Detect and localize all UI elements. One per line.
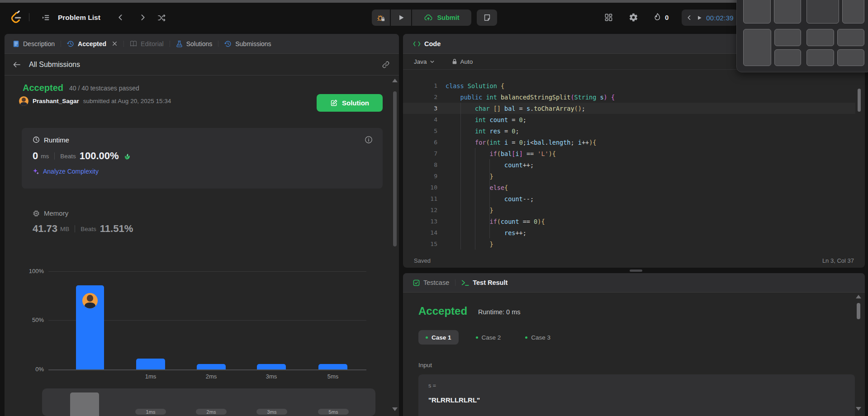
code-line[interactable]: 14 res++; [403, 227, 855, 238]
user-avatar[interactable] [19, 96, 28, 106]
shuffle-icon[interactable] [157, 14, 166, 22]
layout-option-4[interactable] [806, 29, 864, 66]
distribution-bar[interactable] [257, 364, 286, 369]
debug-button[interactable] [372, 9, 390, 26]
layout-preview-pane [806, 49, 834, 66]
distribution-bar[interactable] [197, 364, 226, 369]
tab-submissions[interactable]: Submissions [224, 40, 271, 47]
code-line[interactable]: 2 public int balancedStringSplit(String … [403, 91, 855, 103]
timer-widget[interactable]: 00:02:39 [682, 9, 738, 26]
testcase-scrollbar-thumb[interactable] [857, 303, 860, 319]
testcase-scroll-down[interactable] [856, 407, 861, 411]
param-value[interactable]: "RLRRLLRLRL" [428, 396, 845, 404]
tab-description[interactable]: Description [13, 40, 55, 47]
divider [75, 225, 75, 232]
scroll-down-arrow[interactable] [392, 407, 398, 411]
username[interactable]: Prashant_Sagar [33, 98, 79, 104]
streak-indicator[interactable]: 0 [653, 13, 669, 22]
analyze-complexity-link[interactable]: Analyze Complexity [43, 168, 99, 175]
settings-gear-icon[interactable] [629, 13, 638, 22]
code-line[interactable]: 5 int res = 0; [403, 125, 855, 137]
case-tab-2[interactable]: Case 2 [469, 330, 508, 345]
leetcode-logo-icon [10, 9, 24, 24]
checkbox-check-icon [413, 279, 420, 286]
code-line[interactable]: 10 else{ [403, 182, 855, 193]
notes-button[interactable] [477, 9, 497, 26]
code-line[interactable]: 4 int count = 0; [403, 114, 855, 125]
code-line[interactable]: 11 count--; [403, 193, 855, 204]
case-status-dot [426, 336, 428, 339]
test-result-status: Accepted Runtime: 0 ms [418, 305, 521, 317]
play-icon [398, 14, 405, 21]
scroll-up-arrow[interactable] [392, 79, 398, 82]
code-line[interactable]: 8 count++; [403, 159, 855, 170]
code-line[interactable]: 15 } [403, 238, 855, 250]
tab-testcase[interactable]: Testcase [413, 279, 449, 286]
panel-resize-handle[interactable] [630, 269, 642, 272]
distribution-bar[interactable] [136, 359, 165, 369]
prev-problem-button[interactable] [117, 14, 124, 21]
chevron-down-icon [430, 59, 435, 64]
runtime-title: Runtime [44, 136, 69, 144]
chart-minimap[interactable]: 1ms2ms3ms5ms [42, 388, 375, 416]
info-icon[interactable] [365, 136, 373, 144]
code-line[interactable]: 6 for(int i = 0;i<bal.length; i++){ [403, 137, 855, 148]
code-line[interactable]: 3 char [] bal = s.toCharArray(); [403, 103, 855, 114]
input-label: Input [418, 362, 432, 369]
testcase-input-box[interactable]: s = "RLRRLLRLRL" [418, 374, 855, 416]
code-line[interactable]: 9 } [403, 170, 855, 182]
code-line[interactable]: 7 if(bal[i] == 'L'){ [403, 148, 855, 159]
testcase-scroll-up[interactable] [856, 295, 861, 298]
tab-accepted[interactable]: Accepted [67, 40, 118, 47]
memory-header[interactable]: Memory [33, 209, 68, 217]
chart-x-tick: 1ms [135, 373, 166, 380]
line-number: 1 [403, 82, 437, 89]
testcase-header: Testcase Test Result [403, 273, 865, 293]
code-editor[interactable]: 1class Solution {2 public int balancedSt… [403, 69, 855, 268]
link-icon[interactable] [382, 61, 390, 69]
left-scrollbar-thumb[interactable] [393, 91, 397, 246]
problem-list-icon[interactable] [42, 14, 50, 22]
runtime-card[interactable]: Runtime 0 ms Beats 100.00% Analyze Com [22, 128, 383, 189]
chart-x-tick: 3ms [256, 373, 287, 380]
line-number: 9 [403, 173, 437, 180]
tab-editorial[interactable]: Editorial [130, 40, 164, 47]
left-tab-bar: Description Accepted Editorial [5, 34, 399, 54]
bug-icon [377, 14, 385, 22]
book-icon [130, 40, 137, 47]
tab-test-result[interactable]: Test Result [461, 279, 508, 286]
next-problem-button[interactable] [139, 14, 147, 21]
layout-option-1[interactable] [743, 0, 801, 24]
run-button[interactable] [391, 9, 411, 26]
layout-switcher-icon[interactable] [604, 13, 613, 22]
solution-button[interactable]: Solution [317, 94, 383, 112]
code-line[interactable]: 12 } [403, 204, 855, 216]
code-scrollbar-thumb[interactable] [858, 89, 861, 112]
minimap-tick: 2ms [196, 409, 227, 415]
code-line[interactable]: 13 if(count == 0){ [403, 216, 855, 227]
case-tab-1[interactable]: Case 1 [418, 330, 459, 345]
tab-separator [123, 41, 124, 47]
line-number: 10 [403, 184, 437, 191]
leetcode-logo[interactable] [10, 9, 24, 24]
problem-list-label[interactable]: Problem List [58, 14, 100, 22]
code-line[interactable]: 1class Solution { [403, 80, 855, 91]
back-arrow-icon[interactable] [13, 61, 21, 69]
test-runtime: Runtime: 0 ms [478, 307, 520, 316]
layout-option-3[interactable] [743, 29, 801, 66]
submit-button[interactable]: Submit [412, 9, 471, 26]
autocomplete-toggle[interactable]: Auto [452, 58, 473, 65]
minimap-bar [70, 392, 99, 416]
distribution-bar[interactable] [76, 285, 104, 369]
layout-option-2[interactable] [806, 0, 864, 24]
solution-button-label: Solution [342, 99, 369, 107]
note-icon [483, 14, 491, 22]
tab-test-result-label: Test Result [473, 279, 508, 286]
close-tab-icon[interactable] [112, 41, 118, 47]
layout-preview-pane [743, 29, 771, 66]
distribution-bar[interactable] [318, 364, 347, 369]
tab-solutions[interactable]: Solutions [176, 40, 213, 47]
language-selector[interactable]: Java [414, 58, 435, 65]
case-tab-3[interactable]: Case 3 [518, 330, 558, 345]
streak-count: 0 [665, 14, 669, 21]
